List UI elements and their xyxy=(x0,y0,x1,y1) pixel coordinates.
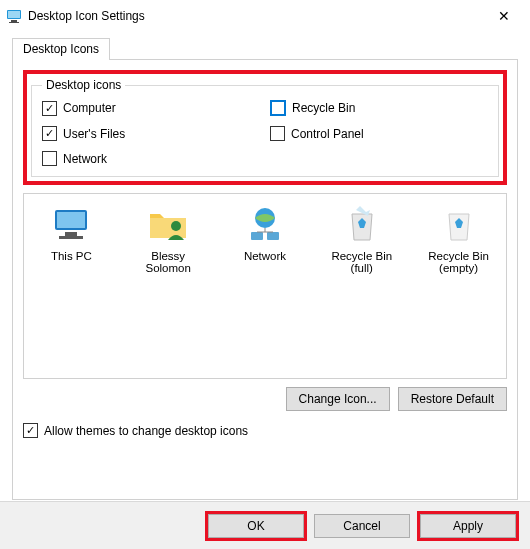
restore-default-button[interactable]: Restore Default xyxy=(398,387,507,411)
checkbox-recycle-bin[interactable]: Recycle Bin xyxy=(270,100,488,116)
svg-rect-5 xyxy=(57,212,85,228)
window-title: Desktop Icon Settings xyxy=(28,9,484,23)
checkbox-box: ✓ xyxy=(23,423,38,438)
preview-label-line2: Solomon xyxy=(127,262,210,274)
ok-button[interactable]: OK xyxy=(208,514,304,538)
recycle-full-icon xyxy=(340,202,384,246)
checkbox-box: ✓ xyxy=(42,126,57,141)
preview-user[interactable]: Blessy Solomon xyxy=(127,202,210,274)
preview-label: Network xyxy=(244,250,286,262)
cancel-button[interactable]: Cancel xyxy=(314,514,410,538)
icon-preview-list: This PC Blessy Solomon xyxy=(23,193,507,379)
preview-label: Blessy xyxy=(151,250,185,262)
checkbox-label: Network xyxy=(63,152,107,166)
preview-label-line2: (full) xyxy=(320,262,403,274)
svg-rect-3 xyxy=(9,22,19,23)
checkbox-control-panel[interactable]: Control Panel xyxy=(270,126,488,141)
svg-rect-11 xyxy=(267,232,279,240)
checkbox-label: Computer xyxy=(63,101,116,115)
checkbox-label: Control Panel xyxy=(291,127,364,141)
fieldset-legend: Desktop icons xyxy=(42,78,125,92)
check-icon: ✓ xyxy=(45,128,54,139)
check-icon: ✓ xyxy=(26,425,35,436)
svg-rect-7 xyxy=(59,236,83,239)
preview-label: Recycle Bin xyxy=(331,250,392,262)
preview-label: This PC xyxy=(51,250,92,262)
svg-point-8 xyxy=(171,221,181,231)
network-icon xyxy=(243,202,287,246)
user-folder-icon xyxy=(146,202,190,246)
svg-rect-2 xyxy=(11,20,17,22)
checkbox-label: Allow themes to change desktop icons xyxy=(44,424,248,438)
preview-label-line2: (empty) xyxy=(417,262,500,274)
preview-network[interactable]: Network xyxy=(224,202,307,262)
preview-this-pc[interactable]: This PC xyxy=(30,202,113,262)
titlebar: Desktop Icon Settings ✕ xyxy=(0,0,530,32)
checkbox-label: Recycle Bin xyxy=(292,101,355,115)
preview-label: Recycle Bin xyxy=(428,250,489,262)
checkbox-computer[interactable]: ✓ Computer xyxy=(42,100,260,116)
checkbox-box: ✓ xyxy=(42,101,57,116)
close-button[interactable]: ✕ xyxy=(484,2,524,30)
svg-rect-6 xyxy=(65,232,77,236)
check-icon: ✓ xyxy=(45,103,54,114)
checkbox-box xyxy=(270,126,285,141)
svg-rect-1 xyxy=(8,11,20,18)
dialog-button-bar: OK Cancel Apply xyxy=(0,501,530,549)
svg-rect-10 xyxy=(251,232,263,240)
checkbox-network[interactable]: Network xyxy=(42,151,260,166)
this-pc-icon xyxy=(49,202,93,246)
tab-desktop-icons[interactable]: Desktop Icons xyxy=(12,38,110,60)
checkbox-box xyxy=(42,151,57,166)
checkbox-label: User's Files xyxy=(63,127,125,141)
tab-strip: Desktop Icons xyxy=(12,38,518,60)
tab-sheet: Desktop icons ✓ Computer Recycle Bin ✓ U… xyxy=(12,60,518,500)
app-icon xyxy=(6,8,22,24)
close-icon: ✕ xyxy=(498,8,510,24)
recycle-empty-icon xyxy=(437,202,481,246)
change-icon-button[interactable]: Change Icon... xyxy=(286,387,390,411)
apply-button[interactable]: Apply xyxy=(420,514,516,538)
checkbox-users-files[interactable]: ✓ User's Files xyxy=(42,126,260,141)
checkbox-allow-themes[interactable]: ✓ Allow themes to change desktop icons xyxy=(23,423,507,438)
checkbox-box xyxy=(270,100,286,116)
highlight-desktop-icons: Desktop icons ✓ Computer Recycle Bin ✓ U… xyxy=(23,70,507,185)
fieldset-desktop-icons: Desktop icons ✓ Computer Recycle Bin ✓ U… xyxy=(31,78,499,177)
preview-recycle-full[interactable]: Recycle Bin (full) xyxy=(320,202,403,274)
preview-recycle-empty[interactable]: Recycle Bin (empty) xyxy=(417,202,500,274)
